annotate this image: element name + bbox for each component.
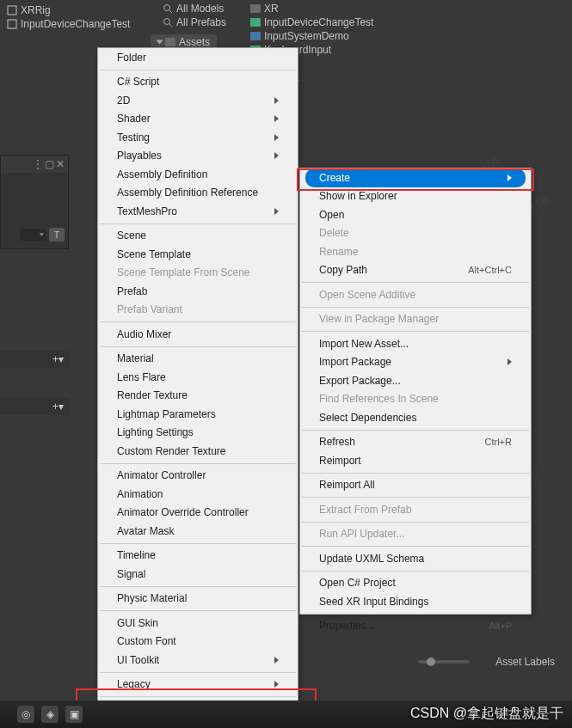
create-submenu[interactable]: FolderC# Script2DShaderTestingPlayablesA… [97, 47, 298, 714]
menu-item-playables[interactable]: Playables [98, 147, 298, 166]
menu-item-assembly-definition[interactable]: Assembly Definition [98, 165, 298, 184]
project-item-label: InputSystemDemo [264, 30, 349, 42]
submenu-arrow-icon [274, 208, 279, 215]
filter-label: All Models [176, 3, 224, 15]
project-item-label: InputDeviceChangeTest [264, 16, 373, 28]
search-icon [163, 3, 173, 14]
menu-item-properties[interactable]: Properties...Alt+P [300, 617, 531, 636]
menu-item-open-c-project[interactable]: Open C# Project [300, 574, 531, 593]
menu-item-custom-font[interactable]: Custom Font [98, 633, 298, 652]
menu-item-lightmap-parameters[interactable]: Lightmap Parameters [98, 405, 298, 424]
menu-item-gui-skin[interactable]: GUI Skin [98, 614, 298, 633]
menu-item-label: Show in Explorer [319, 190, 397, 202]
menu-item-prefab[interactable]: Prefab [98, 282, 298, 301]
menu-item-label: Playables [117, 150, 162, 162]
menu-item-label: Prefab Variant [117, 303, 182, 315]
gameobject-icon [7, 5, 17, 15]
menu-separator [302, 614, 529, 615]
filter-all-models[interactable]: All Models [159, 2, 245, 15]
plus-icon[interactable]: +▾ [52, 401, 64, 413]
menu-item-shader[interactable]: Shader [98, 110, 298, 129]
menu-item-label: Extract From Prefab [319, 504, 411, 516]
taskbar-unity-icon[interactable]: ◈ [41, 706, 58, 723]
submenu-arrow-icon [507, 358, 512, 365]
menu-item-animator-override-controller[interactable]: Animator Override Controller [98, 504, 298, 523]
menu-item-copy-path[interactable]: Copy PathAlt+Ctrl+C [300, 261, 531, 280]
menu-item-animator-controller[interactable]: Animator Controller [98, 467, 298, 486]
menu-item-create[interactable]: Create [305, 168, 526, 187]
menu-item-import-package[interactable]: Import Package [300, 353, 531, 372]
menu-item-update-uxml-schema[interactable]: Update UXML Schema [300, 549, 531, 568]
menu-item-delete: Delete [300, 224, 531, 243]
menu-item-label: Create [319, 172, 350, 184]
scene-icon [250, 32, 261, 40]
menu-item-textmeshpro[interactable]: TextMeshPro [98, 202, 298, 221]
filter-label: All Prefabs [176, 16, 226, 28]
hierarchy-item[interactable]: XRRig [7, 3, 148, 17]
menu-item-label: Reimport All [319, 479, 375, 491]
menu-item-audio-mixer[interactable]: Audio Mixer [98, 325, 298, 344]
menu-item-scene[interactable]: Scene [98, 227, 298, 246]
menu-item-material[interactable]: Material [98, 350, 298, 369]
menu-item-reimport-all[interactable]: Reimport All [300, 476, 531, 495]
maximize-icon[interactable]: ▢ [45, 158, 54, 170]
menu-item-legacy[interactable]: Legacy [98, 676, 298, 694]
close-icon[interactable]: ✕ [56, 158, 65, 170]
menu-item-refresh[interactable]: RefreshCtrl+R [300, 433, 531, 452]
menu-shortcut: Alt+P [489, 621, 512, 631]
menu-item-timeline[interactable]: Timeline [98, 547, 298, 566]
menu-item-export-package[interactable]: Export Package... [300, 371, 531, 390]
submenu-arrow-icon [274, 657, 279, 664]
menu-item-2d[interactable]: 2D [98, 91, 298, 110]
menu-item-scene-template[interactable]: Scene Template [98, 245, 298, 264]
menu-item-c-script[interactable]: C# Script [98, 73, 298, 92]
menu-separator [302, 331, 529, 332]
menu-item-scene-template-from-scene: Scene Template From Scene [98, 264, 298, 283]
menu-separator [302, 430, 529, 431]
menu-item-ui-toolkit[interactable]: UI Toolkit [98, 651, 298, 670]
menu-item-show-in-explorer[interactable]: Show in Explorer [300, 187, 531, 206]
dropdown[interactable] [20, 229, 46, 241]
menu-item-animation[interactable]: Animation [98, 485, 298, 504]
menu-item-testing[interactable]: Testing [98, 128, 298, 147]
menu-item-label: Copy Path [319, 264, 367, 276]
menu-item-lens-flare[interactable]: Lens Flare [98, 368, 298, 387]
menu-item-label: Open C# Project [319, 577, 396, 589]
svg-point-4 [164, 19, 170, 25]
csdn-watermark: CSDN @拿起键盘就是干 [410, 705, 563, 723]
taskbar-app-icon[interactable]: ◎ [17, 706, 34, 723]
menu-item-assembly-definition-reference[interactable]: Assembly Definition Reference [98, 184, 298, 203]
hierarchy-panel: XRRig InputDeviceChangeTest [0, 0, 155, 34]
project-item[interactable]: XR [245, 2, 378, 15]
plus-icon[interactable]: +▾ [52, 353, 64, 365]
menu-item-reimport[interactable]: Reimport [300, 451, 531, 470]
asset-labels-text: Asset Labels [495, 656, 555, 668]
menu-item-open[interactable]: Open [300, 205, 531, 224]
menu-item-signal[interactable]: Signal [98, 565, 298, 584]
search-icon [163, 17, 173, 28]
menu-item-lighting-settings[interactable]: Lighting Settings [98, 424, 298, 443]
hierarchy-item[interactable]: InputDeviceChangeTest [7, 17, 148, 31]
menu-item-label: Update UXML Schema [319, 553, 424, 565]
menu-item-seed-xr-input-bindings[interactable]: Seed XR Input Bindings [300, 592, 531, 611]
menu-item-label: Lens Flare [117, 371, 166, 383]
menu-item-physic-material[interactable]: Physic Material [98, 590, 298, 609]
project-item[interactable]: InputSystemDemo [245, 29, 378, 43]
text-mode-button[interactable]: T [49, 228, 65, 242]
taskbar-app-icon[interactable]: ▣ [65, 706, 83, 723]
menu-separator [302, 571, 529, 572]
dock-icon[interactable]: ⋮ [33, 158, 43, 170]
menu-item-folder[interactable]: Folder [98, 48, 298, 67]
menu-item-open-scene-additive: Open Scene Additive [300, 285, 531, 304]
menu-item-import-new-asset[interactable]: Import New Asset... [300, 334, 531, 353]
assets-context-menu[interactable]: CreateShow in ExplorerOpenDeleteRenameCo… [299, 168, 532, 615]
filter-all-prefabs[interactable]: All Prefabs [159, 15, 245, 29]
menu-item-render-texture[interactable]: Render Texture [98, 387, 298, 406]
menu-item-avatar-mask[interactable]: Avatar Mask [98, 522, 298, 541]
project-item[interactable]: InputDeviceChangeTest [245, 15, 378, 29]
menu-item-custom-render-texture[interactable]: Custom Render Texture [98, 442, 298, 461]
add-component-row: +▾ [0, 351, 69, 368]
zoom-slider[interactable] [418, 660, 470, 664]
svg-rect-0 [8, 6, 16, 15]
menu-item-select-dependencies[interactable]: Select Dependencies [300, 408, 531, 427]
